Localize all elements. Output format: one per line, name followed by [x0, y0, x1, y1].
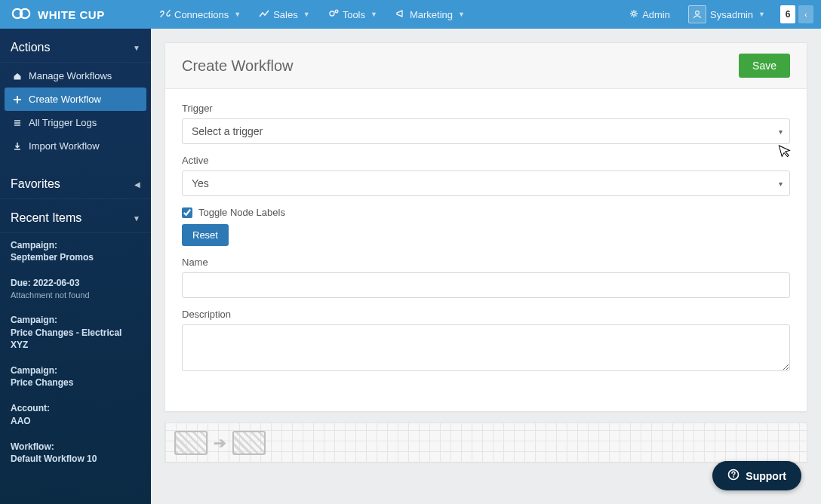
nav-sales[interactable]: Sales ▼ [250, 0, 318, 29]
download-icon [12, 142, 23, 151]
main-content: Create Workflow Save Trigger Select a tr… [151, 29, 821, 504]
reset-button[interactable]: Reset [182, 224, 229, 246]
toggle-node-labels-input[interactable] [182, 207, 192, 218]
nav-marketing[interactable]: Marketing ▼ [386, 0, 474, 29]
svg-point-3 [335, 10, 338, 13]
active-label: Active [182, 155, 790, 166]
arrow-right-icon: ➔ [214, 434, 226, 452]
svg-point-5 [696, 11, 700, 15]
recent-item[interactable]: Campaign: September Promos [11, 233, 140, 271]
chevron-left-icon: ‹ [804, 11, 807, 19]
sidebar-item-create-workflow[interactable]: Create Workflow [5, 88, 146, 111]
sidebar-recent-list: Campaign: September Promos Due: 2022-06-… [0, 233, 151, 483]
panel-header: Create Workflow Save [165, 43, 807, 89]
sidebar-item-trigger-logs[interactable]: All Trigger Logs [5, 111, 146, 134]
chevron-down-icon: ▼ [371, 11, 377, 18]
panel-body: Trigger Select a trigger ▾ Active Yes ▾ [165, 89, 807, 411]
active-select[interactable]: Yes [182, 171, 790, 196]
sidebar-favorites-header[interactable]: Favorites ◀ [0, 165, 151, 199]
user-menu[interactable]: Sysadmin ▼ [679, 0, 774, 29]
recent-item[interactable]: Campaign: Price Changes - Electrical XYZ [11, 308, 140, 358]
description-label: Description [182, 309, 790, 320]
page-title: Create Workflow [182, 57, 293, 75]
gears-icon [328, 9, 339, 20]
toggle-node-labels-checkbox[interactable]: Toggle Node Labels [182, 207, 790, 218]
gear-icon [629, 9, 638, 20]
topbar-right: Admin Sysadmin ▼ 6 ‹ [620, 0, 821, 29]
connections-icon [160, 9, 171, 20]
name-label: Name [182, 257, 790, 268]
sidebar-recent-header[interactable]: Recent Items ▼ [0, 199, 151, 233]
workflow-canvas[interactable]: ➔ [165, 423, 807, 463]
recent-item[interactable]: Campaign: Price Changes [11, 358, 140, 396]
recent-item[interactable]: Due: 2022-06-03 Attachment not found [11, 271, 140, 308]
chevron-down-icon: ▼ [458, 11, 465, 18]
chevron-down-icon: ▼ [133, 214, 140, 223]
brand-name: WHITE CUP [38, 8, 105, 21]
list-icon [12, 118, 23, 128]
support-button[interactable]: Support [712, 461, 801, 490]
logo-icon [11, 8, 32, 22]
svg-point-2 [330, 11, 334, 16]
recent-item[interactable]: Account: AAO [11, 396, 140, 434]
name-input[interactable] [182, 272, 790, 298]
svg-point-7 [733, 476, 734, 478]
chevron-left-icon: ◀ [134, 180, 140, 189]
recent-item[interactable]: Workflow: Default Workflow 10 [11, 435, 140, 472]
chart-icon [259, 9, 269, 20]
nav-admin[interactable]: Admin [620, 0, 679, 29]
trigger-select[interactable]: Select a trigger [182, 118, 790, 144]
chevron-down-icon: ▼ [303, 11, 310, 18]
help-icon [727, 469, 740, 483]
sidebar-actions-list: Manage Workflows Create Workflow All Tri… [0, 63, 151, 165]
collapse-sidebar-button[interactable]: ‹ [798, 5, 813, 23]
sidebar: Actions ▼ Manage Workflows Create Workfl… [0, 29, 151, 504]
sidebar-item-manage-workflows[interactable]: Manage Workflows [5, 64, 146, 88]
avatar [688, 5, 706, 23]
chevron-down-icon: ▼ [234, 11, 241, 18]
nav-connections[interactable]: Connections ▼ [151, 0, 250, 29]
save-button[interactable]: Save [739, 54, 790, 78]
trigger-label: Trigger [182, 103, 790, 114]
description-textarea[interactable] [182, 324, 790, 371]
workflow-node-placeholder[interactable] [174, 431, 208, 455]
nav-tools[interactable]: Tools ▼ [319, 0, 386, 29]
brand-logo[interactable]: WHITE CUP [0, 0, 151, 29]
sidebar-actions-header[interactable]: Actions ▼ [0, 29, 151, 63]
create-workflow-panel: Create Workflow Save Trigger Select a tr… [165, 42, 807, 412]
notification-count[interactable]: 6 [780, 5, 795, 23]
primary-nav: Connections ▼ Sales ▼ Tools ▼ Marketing … [151, 0, 474, 29]
bullhorn-icon [395, 9, 406, 20]
top-navbar: WHITE CUP Connections ▼ Sales ▼ Tools ▼ [0, 0, 821, 29]
plus-icon [12, 95, 23, 104]
sidebar-item-import-workflow[interactable]: Import Workflow [5, 134, 146, 158]
chevron-down-icon: ▼ [758, 11, 765, 18]
workflow-node-placeholder[interactable] [232, 431, 266, 455]
home-icon [12, 72, 23, 81]
chevron-down-icon: ▼ [133, 44, 140, 52]
svg-point-4 [632, 12, 635, 15]
